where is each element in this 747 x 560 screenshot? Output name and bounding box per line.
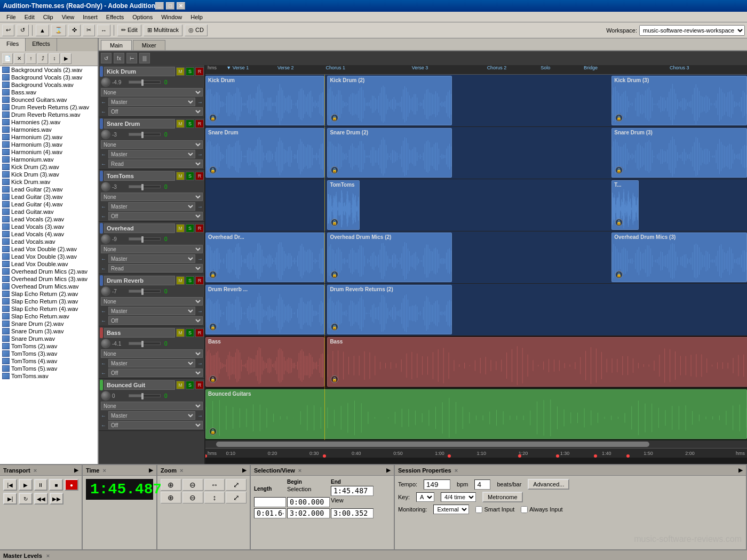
menu-file[interactable]: File	[2, 13, 20, 21]
track-name-bounced-guitars[interactable]: Bounced Guit	[104, 380, 175, 390]
cd-mode[interactable]: ◎ CD	[185, 25, 208, 36]
clip-overhead-1[interactable]: Overhead Drum Mics (2)🔒	[327, 233, 451, 282]
volume-knob-bass[interactable]	[101, 339, 110, 348]
track-name-kick-drum[interactable]: Kick Drum	[104, 67, 175, 76]
smart-input-checkbox[interactable]	[475, 506, 482, 513]
fx-select-overhead[interactable]: None	[101, 245, 203, 253]
import-btn[interactable]: ↑	[26, 53, 36, 64]
play-btn[interactable]: ▶	[19, 479, 33, 491]
workspace-select[interactable]: music-software-reviews-workspace	[639, 25, 745, 36]
horizontal-scrollbar[interactable]	[205, 441, 747, 448]
time-close[interactable]: ▶	[149, 467, 153, 473]
clip-kick-drum-2[interactable]: Kick Drum (3)🔒	[611, 76, 747, 125]
minimize-button[interactable]: _	[155, 2, 164, 10]
selection-end[interactable]	[254, 497, 286, 507]
file-list-item[interactable]: TomToms.wav	[0, 372, 98, 380]
metronome-btn[interactable]: Metronome	[482, 492, 523, 502]
file-list-item[interactable]: Harmonium (2).wav	[0, 133, 98, 141]
file-list-item[interactable]: Lead Vocals (4).wav	[0, 230, 98, 238]
razor-tool[interactable]: ✂	[83, 25, 95, 36]
output-select-kick-drum[interactable]: Off	[108, 107, 203, 116]
menu-effects[interactable]: Effects	[102, 13, 128, 21]
file-list-item[interactable]: Lead Guitar (4).wav	[0, 201, 98, 208]
loop-btn[interactable]: ↻	[19, 493, 33, 505]
send-select-overhead[interactable]: Master	[108, 254, 195, 263]
fx-select-bass[interactable]: None	[101, 349, 203, 358]
arm-btn-drum-reverb[interactable]: R	[195, 276, 204, 285]
clip-drum-reverb-0[interactable]: Drum Reverb ...🔒	[205, 285, 324, 334]
fx-select-tomtoms[interactable]: None	[101, 193, 203, 201]
clip-snare-drum-0[interactable]: Snare Drum🔒	[205, 128, 324, 178]
file-list-item[interactable]: Lead Vocals (3).wav	[0, 223, 98, 230]
multitrack-mode[interactable]: ⊞ Multitrack	[144, 25, 182, 36]
file-list-item[interactable]: Harmonies.wav	[0, 126, 98, 133]
solo-btn-kick-drum[interactable]: S	[186, 67, 194, 76]
meter-btn[interactable]: |||	[139, 53, 150, 63]
tempo-input[interactable]	[424, 479, 450, 490]
solo-btn-bass[interactable]: S	[186, 329, 194, 337]
volume-knob-kick-drum[interactable]	[101, 77, 110, 87]
arm-btn-snare-drum[interactable]: R	[195, 119, 204, 128]
new-file-btn[interactable]: 📄	[2, 53, 13, 64]
main-tab[interactable]: Main	[101, 40, 132, 50]
options-btn[interactable]: ▶	[61, 53, 71, 64]
track-name-bass[interactable]: Bass	[104, 328, 175, 338]
clip-kick-drum-0[interactable]: Kick Drum🔒	[205, 76, 324, 125]
volume-knob-drum-reverb[interactable]	[101, 286, 110, 296]
mute-btn-bass[interactable]: M	[176, 329, 185, 337]
file-list-item[interactable]: TomToms (3).wav	[0, 350, 98, 357]
send-select-bounced-guitars[interactable]: Master	[108, 411, 195, 420]
go-start-btn[interactable]: |◀	[3, 479, 17, 491]
menu-insert[interactable]: Insert	[78, 13, 102, 21]
file-list-item[interactable]: Lead Vox Double (3).wav	[0, 253, 98, 260]
edit-mode[interactable]: ✏ Edit	[117, 25, 141, 36]
record-btn[interactable]: ●	[65, 479, 78, 491]
file-list-item[interactable]: Snare Drum (2).wav	[0, 320, 98, 327]
move-tool[interactable]: ✜	[68, 25, 81, 36]
redo-button[interactable]: ↺	[17, 25, 29, 36]
mute-btn-tomtoms[interactable]: M	[176, 172, 185, 180]
file-list-item[interactable]: Bounced Guitars.wav	[0, 96, 98, 103]
zoom-out-h[interactable]: ⊖	[182, 479, 203, 491]
zoom-close[interactable]: ▶	[242, 467, 247, 473]
output-select-drum-reverb[interactable]: Off	[108, 316, 203, 325]
clip-snare-drum-2[interactable]: Snare Drum (3)🔒	[611, 128, 747, 178]
fx-select-kick-drum[interactable]: None	[101, 88, 203, 97]
zoom-full[interactable]: ⤢	[226, 479, 247, 491]
time-sig-select[interactable]: 4/4 time	[441, 492, 476, 502]
master-close[interactable]: ×	[46, 553, 50, 559]
waveform-row-bounced-guitars[interactable]: Bounced Guitars🔒	[205, 388, 747, 441]
zoom-full-v[interactable]: ⤢	[226, 492, 247, 503]
file-list-item[interactable]: Lead Guitar (3).wav	[0, 193, 98, 201]
volume-knob-tomtoms[interactable]	[101, 182, 110, 191]
effects-tab[interactable]: Effects	[26, 38, 57, 51]
selection-begin[interactable]	[331, 486, 374, 496]
fx-select-drum-reverb[interactable]: None	[101, 297, 203, 306]
file-list-item[interactable]: Harmonium.wav	[0, 156, 98, 163]
zoom-out-v[interactable]: ⊖	[182, 492, 203, 503]
file-list-item[interactable]: Lead Vox Double (2).wav	[0, 245, 98, 253]
view-begin[interactable]	[254, 508, 286, 518]
file-list-item[interactable]: Slap Echo Return (3).wav	[0, 298, 98, 305]
zoom-in-v[interactable]: ⊕	[161, 492, 181, 503]
file-list-item[interactable]: Lead Guitar (2).wav	[0, 186, 98, 193]
mute-btn-overhead[interactable]: M	[176, 224, 185, 233]
select-tool[interactable]: ▲	[36, 25, 49, 36]
selection-length[interactable]	[287, 497, 330, 507]
view-length[interactable]	[331, 508, 374, 518]
track-name-tomtoms[interactable]: TomToms	[104, 171, 175, 181]
file-list-item[interactable]: Background Vocals (2).wav	[0, 66, 98, 74]
menu-window[interactable]: Window	[157, 13, 186, 21]
waveform-row-overhead[interactable]: Overhead Dr...🔒Overhead Drum Mics (2)🔒Ov…	[205, 231, 747, 284]
menu-view[interactable]: View	[58, 13, 79, 21]
output-select-snare-drum[interactable]: Read	[108, 159, 203, 168]
key-select[interactable]: A	[416, 492, 434, 502]
file-list-item[interactable]: Harmonium (3).wav	[0, 141, 98, 148]
file-list-item[interactable]: TomToms (5).wav	[0, 365, 98, 372]
advanced-btn[interactable]: Advanced...	[528, 479, 569, 490]
insert-track-btn[interactable]: ↺	[101, 53, 112, 63]
clip-snare-drum-1[interactable]: Snare Drum (2)🔒	[327, 128, 451, 178]
clip-bounced-guitars-0[interactable]: Bounced Guitars🔒	[205, 389, 747, 439]
clip-tomtoms-0[interactable]: TomToms🔒	[327, 180, 360, 230]
output-select-overhead[interactable]: Read	[108, 264, 203, 273]
